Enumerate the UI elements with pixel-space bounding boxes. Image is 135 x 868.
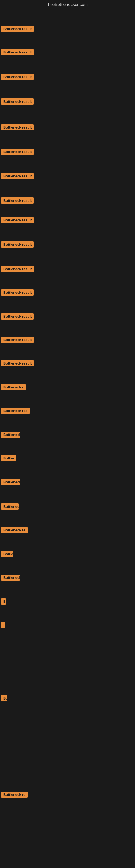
bottleneck-item: Bottleneck result [1, 266, 34, 273]
bottleneck-badge: Bottleneck result [1, 149, 34, 155]
site-title: TheBottlenecker.com [0, 0, 135, 10]
bottleneck-badge: Bottleneck re [1, 792, 28, 798]
bottleneck-badge: Bottleneck result [1, 74, 34, 80]
items-container: Bottleneck resultBottleneck resultBottle… [0, 10, 135, 868]
bottleneck-item: Bottleneck result [1, 197, 34, 205]
bottleneck-badge: Bo [1, 695, 7, 702]
bottleneck-badge: Bottleneck result [1, 49, 34, 55]
bottleneck-item: Bottleneck re [1, 527, 28, 534]
bottleneck-badge: Bottleneck result [1, 217, 34, 223]
bottleneck-item: Bottlenec [1, 503, 18, 511]
bottleneck-badge: Bottleneck [1, 479, 20, 485]
bottleneck-badge: Bottleneck result [1, 360, 34, 367]
bottleneck-badge: Bottleneck result [1, 266, 34, 272]
bottleneck-item: Bo [1, 695, 7, 703]
bottleneck-badge: B [1, 598, 6, 604]
bottleneck-badge: Bottleneck result [1, 173, 34, 179]
bottleneck-badge: Bottleneck result [1, 98, 34, 105]
bottleneck-badge: Bottleneck res [1, 408, 30, 414]
bottleneck-item: B [1, 598, 6, 606]
bottleneck-item: Bottleneck result [1, 241, 34, 249]
bottleneck-badge: Bottleneck result [1, 337, 34, 343]
bottleneck-item: Bottleneck result [1, 74, 34, 81]
bottleneck-item: Bottleneck [1, 432, 20, 439]
bottleneck-badge: Bottleneck result [1, 197, 34, 204]
bottleneck-badge: Bottleneck result [1, 26, 34, 32]
bottleneck-item: Bottleneck re [1, 792, 28, 799]
bottleneck-item: Bottleneck result [1, 289, 34, 297]
bottleneck-item: Bottleneck res [1, 408, 30, 415]
bottleneck-item: Bottleneck [1, 575, 20, 582]
bottleneck-badge: Bottleneck re [1, 527, 28, 533]
bottleneck-badge: Bottleneck result [1, 313, 34, 319]
bottleneck-item: Bottleneck r [1, 384, 26, 392]
bottleneck-badge: Bottleneck r [1, 384, 26, 390]
bottleneck-item: Bottleneck result [1, 98, 34, 106]
bottleneck-item: Bottleneck [1, 479, 20, 486]
bottleneck-badge: Bottlen [1, 455, 16, 461]
bottleneck-item: Bottleneck result [1, 337, 34, 344]
bottleneck-item: Bottleneck result [1, 124, 34, 131]
bottleneck-item: Bottleneck result [1, 217, 34, 224]
bottleneck-item: Bottlen [1, 455, 16, 463]
bottleneck-badge: Bottleneck result [1, 124, 34, 130]
bottleneck-badge: Bottle [1, 551, 13, 557]
bottleneck-item: Bottleneck result [1, 173, 34, 180]
bottleneck-item: Bottleneck result [1, 313, 34, 321]
bottleneck-item: Bottleneck result [1, 26, 34, 33]
bottleneck-item: Bottleneck result [1, 149, 34, 156]
bottleneck-badge: Bottleneck result [1, 241, 34, 248]
bottleneck-item: Bottleneck result [1, 360, 34, 368]
bottleneck-item: | [1, 622, 5, 629]
bottleneck-badge: Bottleneck [1, 575, 20, 581]
bottleneck-badge: Bottleneck [1, 432, 20, 438]
bottleneck-badge: Bottleneck result [1, 289, 34, 296]
bottleneck-item: Bottle [1, 551, 13, 558]
bottleneck-item: Bottleneck result [1, 49, 34, 56]
bottleneck-badge: Bottlenec [1, 503, 18, 510]
bottleneck-badge: | [1, 622, 5, 628]
page-wrapper: TheBottlenecker.com Bottleneck resultBot… [0, 0, 135, 868]
